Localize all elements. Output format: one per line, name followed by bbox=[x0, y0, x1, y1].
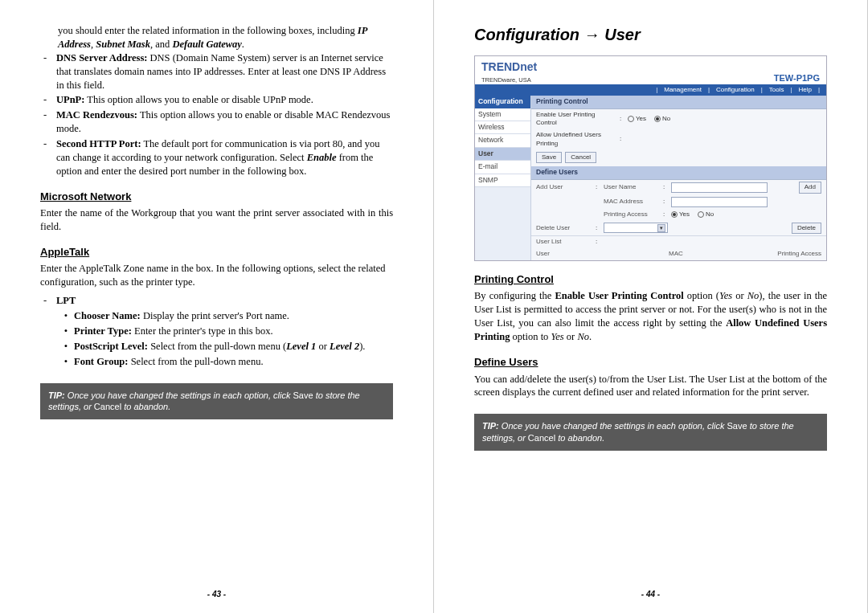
section-define-users: Define Users bbox=[531, 166, 826, 179]
user-list-header: User MAC Printing Access bbox=[531, 248, 826, 260]
heading-microsoft-network: Microsoft Network bbox=[40, 190, 393, 204]
label-allow-undefined: Allow Undefined Users Printing bbox=[536, 131, 616, 149]
delete-user-select[interactable]: ▾ bbox=[604, 223, 668, 233]
heading-appletalk: AppleTalk bbox=[40, 245, 393, 260]
user-name-input[interactable] bbox=[671, 182, 768, 193]
radio-access-no[interactable]: No bbox=[698, 210, 714, 219]
para-appletalk: Enter the AppleTalk Zone name in the box… bbox=[40, 262, 393, 289]
main-panel: Printing Control Enable User Printing Co… bbox=[531, 96, 826, 260]
heading-printing-control: Printing Control bbox=[474, 272, 827, 287]
radio-enable-no[interactable]: No bbox=[654, 115, 670, 124]
mac-address-input[interactable] bbox=[671, 197, 768, 207]
label-add-user: Add User bbox=[536, 183, 592, 192]
page-44: Configuration → User TRENDnet TRENDware,… bbox=[434, 0, 868, 613]
para-printing-control: By configuring the Enable User Printing … bbox=[474, 289, 827, 344]
sidebar-item-user[interactable]: User bbox=[475, 148, 530, 161]
label-mac-address: MAC Address bbox=[604, 198, 660, 206]
radio-enable-yes[interactable]: Yes bbox=[628, 115, 646, 124]
col-mac: MAC bbox=[669, 250, 757, 259]
device-model: TEW-P1PG bbox=[774, 72, 820, 84]
bullet-postscript-level: • PostScript Level: Select from the pull… bbox=[40, 340, 393, 353]
brand-logo: TRENDnet bbox=[481, 59, 537, 75]
para-microsoft-network: Enter the name of the Workgroup that you… bbox=[40, 206, 393, 234]
sidebar-heading: Configuration bbox=[475, 96, 530, 108]
heading-define-users: Define Users bbox=[474, 355, 827, 370]
bullet-font-group: • Font Group: Select from the pull-down … bbox=[40, 355, 393, 369]
bullet-second-http: - Second HTTP Port: The default port for… bbox=[40, 137, 393, 178]
para-define-users: You can add/delete the user(s) to/from t… bbox=[474, 373, 827, 400]
page-43: you should enter the related information… bbox=[0, 0, 434, 613]
page-44-content: Configuration → User TRENDnet TRENDware,… bbox=[474, 24, 827, 597]
nav-management[interactable]: Management bbox=[662, 86, 703, 95]
sidebar-item-wireless[interactable]: Wireless bbox=[475, 121, 530, 134]
section-printing-control: Printing Control bbox=[531, 96, 826, 108]
brand-subtitle: TRENDware, USA bbox=[481, 76, 531, 84]
nav-help[interactable]: Help bbox=[796, 86, 813, 95]
sidebar-item-snmp[interactable]: SNMP bbox=[475, 174, 530, 187]
label-user-name: User Name bbox=[604, 183, 660, 192]
col-user: User bbox=[536, 250, 669, 259]
bullet-upnp: - UPnP: This option allows you to enable… bbox=[40, 93, 393, 107]
radio-access-yes[interactable]: Yes bbox=[671, 210, 690, 219]
label-user-list: User List bbox=[536, 238, 592, 247]
page-title-config-user: Configuration → User bbox=[474, 24, 827, 46]
col-printing-access: Printing Access bbox=[757, 250, 821, 259]
label-delete-user: Delete User bbox=[536, 224, 592, 233]
bullet-chooser-name: • Chooser Name: Display the print server… bbox=[40, 309, 393, 323]
chevron-down-icon: ▾ bbox=[657, 224, 665, 232]
delete-button[interactable]: Delete bbox=[792, 223, 821, 235]
label-printing-access: Printing Access bbox=[604, 210, 660, 219]
add-button[interactable]: Add bbox=[799, 182, 821, 194]
nav-configuration[interactable]: Configuration bbox=[714, 86, 756, 95]
para-ip-boxes: you should enter the related information… bbox=[40, 24, 393, 51]
sidebar-item-system[interactable]: System bbox=[475, 108, 530, 121]
bullet-printer-type: • Printer Type: Enter the printer's type… bbox=[40, 325, 393, 338]
sidebar: Configuration System Wireless Network Us… bbox=[475, 96, 531, 260]
nav-tools[interactable]: Tools bbox=[768, 86, 786, 95]
sidebar-item-email[interactable]: E-mail bbox=[475, 161, 530, 174]
tip-box-right: TIP: Once you have changed the settings … bbox=[474, 414, 827, 451]
save-button[interactable]: Save bbox=[536, 152, 562, 164]
bullet-dns: - DNS Server Address: DNS (Domain Name S… bbox=[40, 51, 393, 92]
tip-box-left: TIP: Once you have changed the settings … bbox=[40, 383, 393, 420]
page-number-43: - 43 - bbox=[0, 590, 433, 599]
config-screenshot: TRENDnet TRENDware, USA TEW-P1PG |Manage… bbox=[474, 55, 827, 261]
cancel-button[interactable]: Cancel bbox=[565, 152, 596, 164]
top-nav: |Management |Configuration |Tools |Help … bbox=[475, 84, 826, 96]
page-number-44: - 44 - bbox=[434, 590, 867, 599]
bullet-mac-rendezvous: - MAC Rendezvous: This option allows you… bbox=[40, 108, 393, 136]
page-43-content: you should enter the related information… bbox=[40, 24, 393, 597]
label-enable-upc: Enable User Printing Control bbox=[536, 111, 616, 129]
sidebar-item-network[interactable]: Network bbox=[475, 134, 530, 147]
bullet-lpt: - LPT bbox=[40, 294, 393, 308]
